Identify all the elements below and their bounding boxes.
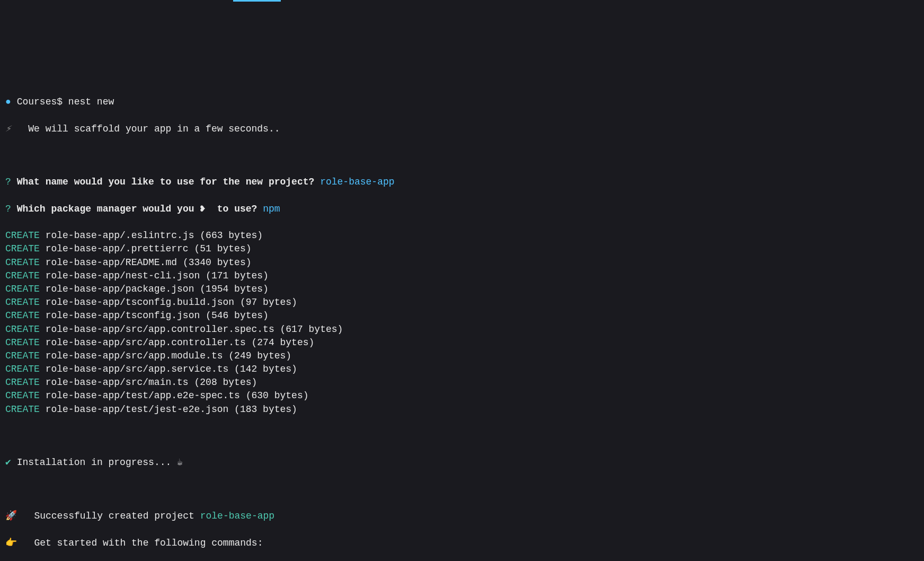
file-size: (546 bytes)	[206, 310, 269, 321]
file-path: role-base-app/src/app.service.ts	[46, 364, 229, 374]
file-size: (97 bytes)	[240, 297, 297, 308]
pointing-hand-icon: 👉	[5, 538, 17, 548]
blank-line	[5, 429, 919, 443]
blank-line	[5, 149, 919, 162]
file-path: role-base-app/package.json	[46, 284, 194, 294]
create-label: CREATE	[5, 337, 40, 348]
tab-accent	[233, 0, 281, 2]
create-file-line: CREATE role-base-app/test/app.e2e-spec.t…	[5, 389, 919, 402]
create-label: CREATE	[5, 284, 40, 294]
create-file-line: CREATE role-base-app/src/app.module.ts (…	[5, 349, 919, 363]
file-path: role-base-app/src/app.controller.ts	[46, 337, 246, 348]
create-label: CREATE	[5, 310, 40, 321]
file-path: role-base-app/nest-cli.json	[46, 270, 200, 281]
file-size: (142 bytes)	[234, 364, 297, 374]
create-file-line: CREATE role-base-app/README.md (3340 byt…	[5, 256, 919, 269]
question-mark-icon: ?	[5, 204, 11, 214]
prompt-bullet-icon: ●	[5, 97, 11, 107]
success-line: 🚀 Successfully created project role-base…	[5, 510, 919, 523]
file-path: role-base-app/test/app.e2e-spec.ts	[46, 390, 240, 401]
create-label: CREATE	[5, 243, 40, 254]
file-path: role-base-app/.eslintrc.js	[46, 230, 194, 241]
create-file-line: CREATE role-base-app/nest-cli.json (171 …	[5, 269, 919, 283]
file-path: role-base-app/.prettierrc	[46, 243, 189, 254]
file-path: role-base-app/src/app.controller.spec.ts	[46, 324, 274, 335]
install-text: Installation in progress...	[17, 457, 177, 468]
file-path: role-base-app/test/jest-e2e.json	[46, 404, 229, 415]
file-size: (51 bytes)	[194, 243, 251, 254]
create-file-line: CREATE role-base-app/.prettierrc (51 byt…	[5, 242, 919, 256]
file-size: (617 bytes)	[280, 324, 343, 335]
prompt-line: ● Courses$ nest new	[5, 95, 919, 109]
file-path: role-base-app/README.md	[46, 257, 177, 268]
create-label: CREATE	[5, 404, 40, 415]
create-file-line: CREATE role-base-app/src/app.controller.…	[5, 336, 919, 349]
prompt-path: Courses$	[17, 97, 63, 107]
scaffold-msg: We will scaffold your app in a few secon…	[28, 124, 280, 134]
get-started-line: 👉 Get started with the following command…	[5, 537, 919, 550]
question-text: What name would you like to use for the …	[17, 177, 315, 187]
rocket-icon: 🚀	[5, 511, 17, 521]
lightning-icon: ⚡	[5, 124, 11, 134]
project-name: role-base-app	[200, 511, 274, 521]
file-size: (274 bytes)	[252, 337, 315, 348]
question-project-name: ? What name would you like to use for th…	[5, 176, 919, 189]
file-size: (3340 bytes)	[183, 257, 252, 268]
create-file-line: CREATE role-base-app/src/app.service.ts …	[5, 363, 919, 376]
create-file-line: CREATE role-base-app/src/main.ts (208 by…	[5, 376, 919, 389]
check-icon: ✔	[5, 457, 11, 468]
get-started-text: Get started with the following commands:	[34, 538, 263, 548]
create-label: CREATE	[5, 230, 40, 241]
file-size: (1954 bytes)	[200, 284, 269, 294]
create-label: CREATE	[5, 270, 40, 281]
file-path: role-base-app/src/app.module.ts	[46, 350, 223, 361]
file-path: role-base-app/tsconfig.build.json	[46, 297, 234, 308]
create-file-line: CREATE role-base-app/package.json (1954 …	[5, 283, 919, 296]
answer-text: role-base-app	[320, 177, 394, 187]
blank-line	[5, 483, 919, 496]
file-size: (208 bytes)	[194, 377, 257, 388]
create-label: CREATE	[5, 324, 40, 335]
create-label: CREATE	[5, 257, 40, 268]
create-file-line: CREATE role-base-app/.eslintrc.js (663 b…	[5, 229, 919, 242]
command-text: nest new	[68, 97, 114, 107]
file-size: (249 bytes)	[228, 350, 291, 361]
file-size: (663 bytes)	[200, 230, 263, 241]
heart-icon: ❥	[200, 204, 206, 214]
create-label: CREATE	[5, 377, 40, 388]
create-file-line: CREATE role-base-app/tsconfig.json (546 …	[5, 309, 919, 322]
terminal-output[interactable]: ● Courses$ nest new ⚡ We will scaffold y…	[5, 82, 919, 561]
create-file-line: CREATE role-base-app/test/jest-e2e.json …	[5, 403, 919, 416]
created-files-list: CREATE role-base-app/.eslintrc.js (663 b…	[5, 229, 919, 416]
create-label: CREATE	[5, 364, 40, 374]
success-text: Successfully created project	[34, 511, 200, 521]
question-mark-icon: ?	[5, 177, 11, 187]
file-size: (183 bytes)	[234, 404, 297, 415]
create-label: CREATE	[5, 350, 40, 361]
file-path: role-base-app/tsconfig.json	[46, 310, 200, 321]
question-text-b: to use?	[211, 204, 257, 214]
create-label: CREATE	[5, 390, 40, 401]
question-text-a: Which package manager would you	[17, 204, 200, 214]
create-file-line: CREATE role-base-app/tsconfig.build.json…	[5, 296, 919, 309]
create-file-line: CREATE role-base-app/src/app.controller.…	[5, 323, 919, 336]
create-label: CREATE	[5, 297, 40, 308]
file-size: (171 bytes)	[206, 270, 269, 281]
file-path: role-base-app/src/main.ts	[46, 377, 189, 388]
file-size: (630 bytes)	[246, 390, 309, 401]
install-line: ✔ Installation in progress... ☕	[5, 456, 919, 469]
question-package-manager: ? Which package manager would you ❥ to u…	[5, 203, 919, 216]
answer-text: npm	[263, 204, 280, 214]
coffee-icon: ☕	[177, 457, 183, 468]
scaffold-line: ⚡ We will scaffold your app in a few sec…	[5, 122, 919, 136]
